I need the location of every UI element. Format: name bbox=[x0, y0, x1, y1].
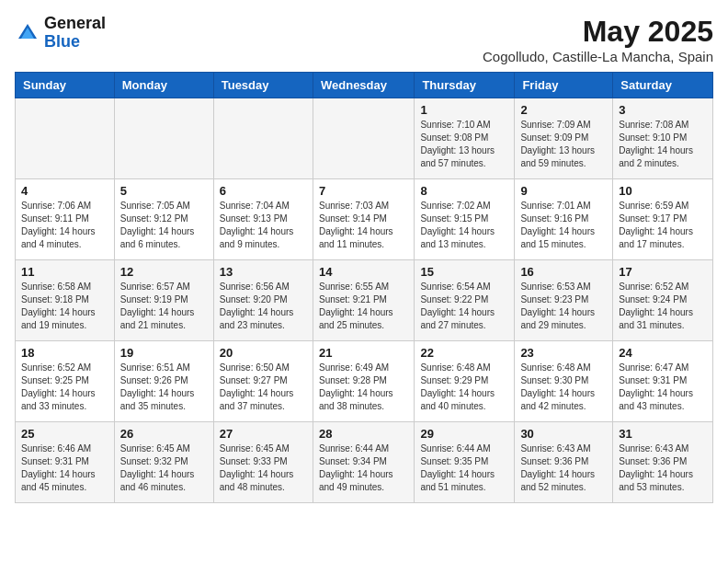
day-number: 14 bbox=[319, 265, 408, 279]
day-info: Sunrise: 6:44 AM Sunset: 9:34 PM Dayligh… bbox=[319, 442, 408, 494]
day-info: Sunrise: 7:06 AM Sunset: 9:11 PM Dayligh… bbox=[21, 200, 108, 251]
week-row-4: 18Sunrise: 6:52 AM Sunset: 9:25 PM Dayli… bbox=[16, 341, 713, 422]
day-number: 8 bbox=[420, 184, 508, 198]
day-number: 17 bbox=[619, 265, 707, 279]
day-number: 13 bbox=[220, 265, 307, 279]
day-cell: 31Sunrise: 6:43 AM Sunset: 9:36 PM Dayli… bbox=[613, 422, 713, 503]
header-cell-friday: Friday bbox=[515, 73, 613, 98]
day-number: 19 bbox=[120, 346, 208, 360]
week-row-3: 11Sunrise: 6:58 AM Sunset: 9:18 PM Dayli… bbox=[16, 260, 713, 341]
day-number: 2 bbox=[520, 103, 607, 117]
day-number: 16 bbox=[520, 265, 607, 279]
day-cell: 9Sunrise: 7:01 AM Sunset: 9:16 PM Daylig… bbox=[515, 179, 613, 260]
day-cell bbox=[16, 98, 115, 179]
day-cell: 11Sunrise: 6:58 AM Sunset: 9:18 PM Dayli… bbox=[16, 260, 115, 341]
day-info: Sunrise: 7:08 AM Sunset: 9:10 PM Dayligh… bbox=[619, 119, 707, 170]
day-info: Sunrise: 6:59 AM Sunset: 9:17 PM Dayligh… bbox=[619, 200, 707, 251]
day-info: Sunrise: 6:57 AM Sunset: 9:19 PM Dayligh… bbox=[120, 281, 208, 332]
day-info: Sunrise: 6:48 AM Sunset: 9:30 PM Dayligh… bbox=[520, 362, 607, 413]
day-cell: 18Sunrise: 6:52 AM Sunset: 9:25 PM Dayli… bbox=[16, 341, 115, 422]
calendar-table: SundayMondayTuesdayWednesdayThursdayFrid… bbox=[15, 72, 713, 503]
day-cell: 14Sunrise: 6:55 AM Sunset: 9:21 PM Dayli… bbox=[313, 260, 414, 341]
day-number: 6 bbox=[220, 184, 307, 198]
day-info: Sunrise: 6:53 AM Sunset: 9:23 PM Dayligh… bbox=[520, 281, 607, 332]
day-number: 5 bbox=[120, 184, 208, 198]
day-cell bbox=[213, 98, 313, 179]
day-number: 27 bbox=[220, 427, 307, 441]
header-cell-sunday: Sunday bbox=[16, 73, 115, 98]
day-cell: 23Sunrise: 6:48 AM Sunset: 9:30 PM Dayli… bbox=[515, 341, 613, 422]
day-info: Sunrise: 6:51 AM Sunset: 9:26 PM Dayligh… bbox=[120, 362, 208, 413]
day-cell: 25Sunrise: 6:46 AM Sunset: 9:31 PM Dayli… bbox=[16, 422, 115, 503]
day-info: Sunrise: 7:04 AM Sunset: 9:13 PM Dayligh… bbox=[220, 200, 307, 251]
day-cell: 27Sunrise: 6:45 AM Sunset: 9:33 PM Dayli… bbox=[213, 422, 313, 503]
day-cell: 15Sunrise: 6:54 AM Sunset: 9:22 PM Dayli… bbox=[415, 260, 515, 341]
day-cell: 28Sunrise: 6:44 AM Sunset: 9:34 PM Dayli… bbox=[313, 422, 414, 503]
header-row: SundayMondayTuesdayWednesdayThursdayFrid… bbox=[16, 73, 713, 98]
day-cell: 24Sunrise: 6:47 AM Sunset: 9:31 PM Dayli… bbox=[613, 341, 713, 422]
day-number: 11 bbox=[21, 265, 108, 279]
logo: General Blue bbox=[15, 15, 106, 52]
day-info: Sunrise: 6:58 AM Sunset: 9:18 PM Dayligh… bbox=[21, 281, 108, 332]
day-cell: 20Sunrise: 6:50 AM Sunset: 9:27 PM Dayli… bbox=[213, 341, 313, 422]
location-title: Cogolludo, Castille-La Mancha, Spain bbox=[483, 49, 713, 64]
day-cell: 30Sunrise: 6:43 AM Sunset: 9:36 PM Dayli… bbox=[515, 422, 613, 503]
day-number: 18 bbox=[21, 346, 108, 360]
day-info: Sunrise: 6:45 AM Sunset: 9:33 PM Dayligh… bbox=[220, 442, 307, 494]
month-title: May 2025 bbox=[483, 15, 713, 49]
day-number: 23 bbox=[520, 346, 607, 360]
header-cell-thursday: Thursday bbox=[415, 73, 515, 98]
day-info: Sunrise: 6:50 AM Sunset: 9:27 PM Dayligh… bbox=[220, 362, 307, 413]
day-info: Sunrise: 6:47 AM Sunset: 9:31 PM Dayligh… bbox=[619, 362, 707, 413]
day-cell: 19Sunrise: 6:51 AM Sunset: 9:26 PM Dayli… bbox=[114, 341, 213, 422]
day-info: Sunrise: 6:45 AM Sunset: 9:32 PM Dayligh… bbox=[120, 442, 208, 494]
week-row-1: 1Sunrise: 7:10 AM Sunset: 9:08 PM Daylig… bbox=[16, 98, 713, 179]
logo-blue-text: Blue bbox=[44, 33, 106, 52]
day-cell: 17Sunrise: 6:52 AM Sunset: 9:24 PM Dayli… bbox=[613, 260, 713, 341]
day-number: 12 bbox=[120, 265, 208, 279]
day-cell: 8Sunrise: 7:02 AM Sunset: 9:15 PM Daylig… bbox=[415, 179, 515, 260]
day-cell: 29Sunrise: 6:44 AM Sunset: 9:35 PM Dayli… bbox=[415, 422, 515, 503]
day-number: 30 bbox=[520, 427, 607, 441]
logo-icon bbox=[15, 20, 40, 46]
day-cell: 26Sunrise: 6:45 AM Sunset: 9:32 PM Dayli… bbox=[114, 422, 213, 503]
day-cell: 1Sunrise: 7:10 AM Sunset: 9:08 PM Daylig… bbox=[415, 98, 515, 179]
day-cell: 21Sunrise: 6:49 AM Sunset: 9:28 PM Dayli… bbox=[313, 341, 414, 422]
day-info: Sunrise: 7:02 AM Sunset: 9:15 PM Dayligh… bbox=[420, 200, 508, 251]
day-number: 1 bbox=[420, 103, 508, 117]
day-number: 3 bbox=[619, 103, 707, 117]
week-row-2: 4Sunrise: 7:06 AM Sunset: 9:11 PM Daylig… bbox=[16, 179, 713, 260]
day-number: 22 bbox=[420, 346, 508, 360]
day-cell: 5Sunrise: 7:05 AM Sunset: 9:12 PM Daylig… bbox=[114, 179, 213, 260]
day-info: Sunrise: 7:10 AM Sunset: 9:08 PM Dayligh… bbox=[420, 119, 508, 170]
day-cell: 3Sunrise: 7:08 AM Sunset: 9:10 PM Daylig… bbox=[613, 98, 713, 179]
day-info: Sunrise: 7:05 AM Sunset: 9:12 PM Dayligh… bbox=[120, 200, 208, 251]
day-cell: 22Sunrise: 6:48 AM Sunset: 9:29 PM Dayli… bbox=[415, 341, 515, 422]
header-cell-wednesday: Wednesday bbox=[313, 73, 414, 98]
logo-text: General Blue bbox=[44, 15, 106, 52]
day-info: Sunrise: 6:44 AM Sunset: 9:35 PM Dayligh… bbox=[420, 442, 508, 494]
day-cell: 13Sunrise: 6:56 AM Sunset: 9:20 PM Dayli… bbox=[213, 260, 313, 341]
day-info: Sunrise: 6:48 AM Sunset: 9:29 PM Dayligh… bbox=[420, 362, 508, 413]
day-number: 28 bbox=[319, 427, 408, 441]
title-area: May 2025 Cogolludo, Castille-La Mancha, … bbox=[483, 15, 713, 64]
day-cell: 4Sunrise: 7:06 AM Sunset: 9:11 PM Daylig… bbox=[16, 179, 115, 260]
header-cell-monday: Monday bbox=[114, 73, 213, 98]
day-cell: 12Sunrise: 6:57 AM Sunset: 9:19 PM Dayli… bbox=[114, 260, 213, 341]
day-number: 26 bbox=[120, 427, 208, 441]
day-number: 29 bbox=[420, 427, 508, 441]
day-number: 10 bbox=[619, 184, 707, 198]
day-info: Sunrise: 7:03 AM Sunset: 9:14 PM Dayligh… bbox=[319, 200, 408, 251]
day-info: Sunrise: 7:01 AM Sunset: 9:16 PM Dayligh… bbox=[520, 200, 607, 251]
day-info: Sunrise: 7:09 AM Sunset: 9:09 PM Dayligh… bbox=[520, 119, 607, 170]
day-info: Sunrise: 6:43 AM Sunset: 9:36 PM Dayligh… bbox=[520, 442, 607, 494]
week-row-5: 25Sunrise: 6:46 AM Sunset: 9:31 PM Dayli… bbox=[16, 422, 713, 503]
header-cell-tuesday: Tuesday bbox=[213, 73, 313, 98]
day-info: Sunrise: 6:52 AM Sunset: 9:24 PM Dayligh… bbox=[619, 281, 707, 332]
day-cell: 2Sunrise: 7:09 AM Sunset: 9:09 PM Daylig… bbox=[515, 98, 613, 179]
day-cell: 16Sunrise: 6:53 AM Sunset: 9:23 PM Dayli… bbox=[515, 260, 613, 341]
day-number: 31 bbox=[619, 427, 707, 441]
header-cell-saturday: Saturday bbox=[613, 73, 713, 98]
day-number: 25 bbox=[21, 427, 108, 441]
day-info: Sunrise: 6:46 AM Sunset: 9:31 PM Dayligh… bbox=[21, 442, 108, 494]
